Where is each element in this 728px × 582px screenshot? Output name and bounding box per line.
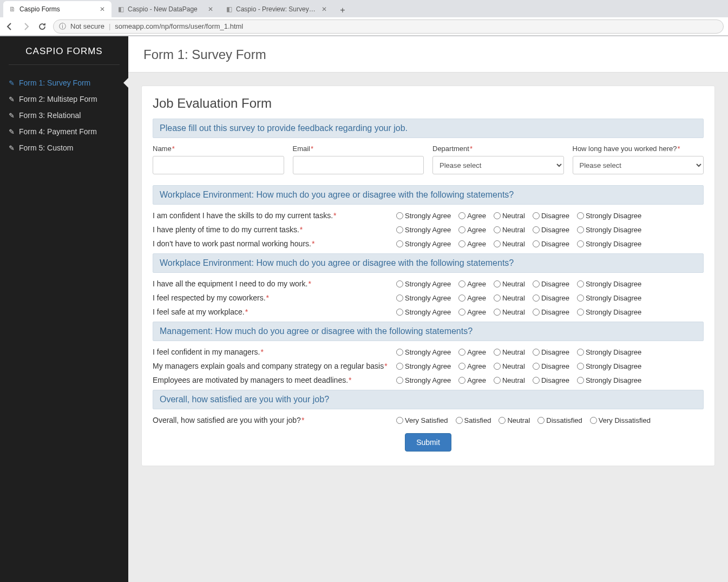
tab-1[interactable]: 🗎 Caspio Forms ✕ <box>3 1 112 17</box>
option[interactable]: Strongly Disagree <box>577 348 641 356</box>
forward-button[interactable] <box>21 21 31 32</box>
option[interactable]: Neutral <box>494 376 525 384</box>
option[interactable]: Disagree <box>533 362 569 370</box>
radio-input[interactable] <box>458 226 465 233</box>
email-input[interactable] <box>293 156 424 174</box>
option[interactable]: Strongly Agree <box>396 240 451 248</box>
close-icon[interactable]: ✕ <box>207 5 214 13</box>
radio-input[interactable] <box>458 280 465 287</box>
radio-input[interactable] <box>577 240 584 247</box>
radio-input[interactable] <box>396 295 403 302</box>
radio-input[interactable] <box>494 226 501 233</box>
option[interactable]: Disagree <box>533 348 569 356</box>
option[interactable]: Strongly Disagree <box>577 376 641 384</box>
option[interactable]: Neutral <box>494 240 525 248</box>
option[interactable]: Very Dissatisfied <box>590 416 651 424</box>
option[interactable]: Strongly Agree <box>396 226 451 234</box>
radio-input[interactable] <box>577 349 584 356</box>
close-icon[interactable]: ✕ <box>320 5 328 13</box>
radio-input[interactable] <box>396 280 403 287</box>
option[interactable]: Strongly Agree <box>396 376 451 384</box>
radio-input[interactable] <box>458 349 465 356</box>
option[interactable]: Disagree <box>533 376 569 384</box>
radio-input[interactable] <box>458 212 465 219</box>
radio-input[interactable] <box>533 212 540 219</box>
radio-input[interactable] <box>396 240 403 247</box>
tab-3[interactable]: ◧ Caspio - Preview: Survey Form ✕ <box>220 1 333 17</box>
tenure-select[interactable]: Please select <box>573 156 704 174</box>
option[interactable]: Agree <box>458 362 486 370</box>
option[interactable]: Strongly Disagree <box>577 308 641 316</box>
option[interactable]: Agree <box>458 376 486 384</box>
radio-input[interactable] <box>458 377 465 384</box>
option[interactable]: Neutral <box>494 212 525 220</box>
radio-input[interactable] <box>499 417 506 424</box>
radio-input[interactable] <box>533 309 540 316</box>
radio-input[interactable] <box>533 280 540 287</box>
sidebar-item-0[interactable]: ✎ Form 1: Survey Form <box>9 75 120 91</box>
option[interactable]: Strongly Agree <box>396 308 451 316</box>
sidebar-item-3[interactable]: ✎ Form 4: Payment Form <box>9 123 120 140</box>
option[interactable]: Strongly Agree <box>396 212 451 220</box>
radio-input[interactable] <box>396 417 403 424</box>
radio-input[interactable] <box>494 280 501 287</box>
radio-input[interactable] <box>577 226 584 233</box>
sidebar-item-1[interactable]: ✎ Form 2: Multistep Form <box>9 91 120 107</box>
address-bar[interactable]: ⓘ Not secure | someapp.com/np/forms/user… <box>53 19 724 34</box>
radio-input[interactable] <box>577 309 584 316</box>
radio-input[interactable] <box>533 295 540 302</box>
option[interactable]: Strongly Disagree <box>577 280 641 288</box>
option[interactable]: Neutral <box>499 416 530 424</box>
option[interactable]: Neutral <box>494 294 525 302</box>
radio-input[interactable] <box>577 377 584 384</box>
radio-input[interactable] <box>577 212 584 219</box>
option[interactable]: Strongly Disagree <box>577 362 641 370</box>
option[interactable]: Disagree <box>533 226 569 234</box>
radio-input[interactable] <box>494 377 501 384</box>
option[interactable]: Strongly Disagree <box>577 226 641 234</box>
option[interactable]: Disagree <box>533 240 569 248</box>
department-select[interactable]: Please select <box>432 156 564 174</box>
option[interactable]: Neutral <box>494 362 525 370</box>
radio-input[interactable] <box>396 226 403 233</box>
option[interactable]: Neutral <box>494 226 525 234</box>
option[interactable]: Neutral <box>494 348 525 356</box>
option[interactable]: Agree <box>458 226 486 234</box>
radio-input[interactable] <box>458 295 465 302</box>
tab-2[interactable]: ◧ Caspio - New DataPage ✕ <box>112 1 220 17</box>
option[interactable]: Strongly Agree <box>396 362 451 370</box>
radio-input[interactable] <box>396 377 403 384</box>
radio-input[interactable] <box>458 240 465 247</box>
option[interactable]: Agree <box>458 348 486 356</box>
radio-input[interactable] <box>494 240 501 247</box>
option[interactable]: Agree <box>458 212 486 220</box>
option[interactable]: Disagree <box>533 308 569 316</box>
close-icon[interactable]: ✕ <box>99 5 106 13</box>
radio-input[interactable] <box>396 309 403 316</box>
radio-input[interactable] <box>458 363 465 370</box>
option[interactable]: Disagree <box>533 280 569 288</box>
option[interactable]: Neutral <box>494 308 525 316</box>
content-scroll[interactable]: Job Evaluation Form Please fill out this… <box>128 73 728 479</box>
radio-input[interactable] <box>533 349 540 356</box>
radio-input[interactable] <box>590 417 597 424</box>
sidebar-item-4[interactable]: ✎ Form 5: Custom <box>9 140 120 156</box>
sidebar-item-2[interactable]: ✎ Form 3: Relational <box>9 107 120 123</box>
radio-input[interactable] <box>533 363 540 370</box>
option[interactable]: Disagree <box>533 294 569 302</box>
radio-input[interactable] <box>533 226 540 233</box>
submit-button[interactable]: Submit <box>405 433 451 452</box>
radio-input[interactable] <box>494 295 501 302</box>
radio-input[interactable] <box>537 417 545 424</box>
option[interactable]: Agree <box>458 240 486 248</box>
radio-input[interactable] <box>533 240 540 247</box>
radio-input[interactable] <box>494 309 501 316</box>
option[interactable]: Agree <box>458 280 486 288</box>
option[interactable]: Satisfied <box>456 416 491 424</box>
option[interactable]: Neutral <box>494 280 525 288</box>
radio-input[interactable] <box>533 377 540 384</box>
radio-input[interactable] <box>396 212 403 219</box>
radio-input[interactable] <box>396 363 403 370</box>
option[interactable]: Agree <box>458 294 486 302</box>
radio-input[interactable] <box>577 363 584 370</box>
